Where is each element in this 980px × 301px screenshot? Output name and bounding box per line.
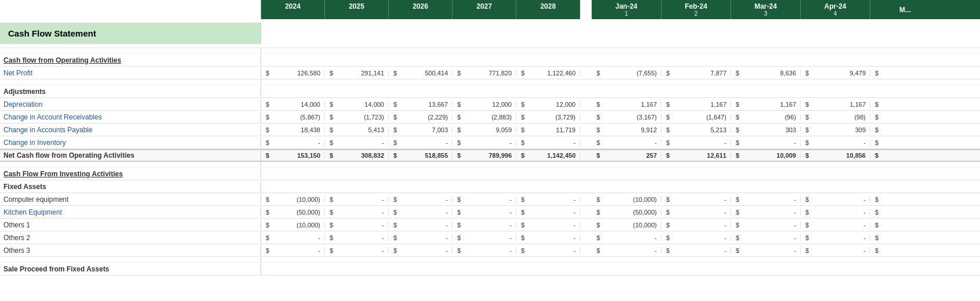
kitchen-eq-label: Kitchen Equipment	[0, 207, 261, 217]
o3-2026: -	[398, 247, 450, 254]
net-cash-op-row: Net Cash flow from Operating Activities …	[0, 149, 980, 162]
others1-row: Others 1 $(10,000) $- $- $- $- $(10,000)…	[0, 219, 980, 231]
ce-mar24: -	[740, 196, 798, 203]
change-inv-row: Change in Inventory $- $- $- $- $- $- $-…	[0, 136, 980, 149]
others2-row: Others 2 $- $- $- $- $- $- $- $- $- $	[0, 231, 980, 244]
net-cash-op-label: Net Cash flow from Operating Activities	[0, 150, 261, 161]
ap-2024: 18,438	[270, 126, 323, 133]
ncop-mar24: 10,009	[740, 152, 798, 159]
ar-2024: (5,867)	[270, 114, 323, 121]
o1-apr24: -	[810, 222, 868, 229]
change-ar-label: Change in Account Receivables	[0, 112, 261, 122]
operating-header-row: Cash flow from Operating Activities	[0, 54, 980, 67]
ce-2025: -	[334, 196, 386, 203]
ap-2026: 7,003	[398, 126, 450, 133]
adjustments-label: Adjustments	[0, 86, 261, 97]
dep-jan24: 1,167	[601, 101, 659, 108]
inv-2025: -	[334, 139, 386, 146]
o1-jan24: (10,000)	[601, 222, 659, 229]
net-profit-jan24: (7,655)	[601, 70, 659, 77]
o1-2024: (10,000)	[270, 222, 323, 229]
header-year-2024: 2024	[261, 0, 325, 19]
ap-feb24: 5,213	[671, 126, 729, 133]
inv-2026: -	[398, 139, 450, 146]
dep-mar24: 1,167	[740, 101, 798, 108]
inv-jan24: -	[601, 139, 659, 146]
fixed-assets-row: Fixed Assets	[0, 180, 980, 193]
o3-2025: -	[334, 247, 386, 254]
o2-feb24: -	[671, 234, 729, 241]
o1-feb24: -	[671, 222, 729, 229]
spacer-2	[0, 79, 980, 85]
sale-proceed-row: Sale Proceed from Fixed Assets	[0, 263, 980, 275]
ce-2026: -	[398, 196, 450, 203]
others3-label: Others 3	[0, 245, 261, 256]
title-row: Cash Flow Statement	[0, 19, 980, 48]
investing-header-label: Cash Flow From Investing Activities	[0, 169, 261, 179]
ke-2024: (50,000)	[270, 209, 323, 216]
ncop-feb24: 12,611	[671, 152, 729, 159]
ar-feb24: (1,647)	[671, 114, 729, 121]
inv-2028: -	[526, 139, 578, 146]
net-profit-2027: 771,820	[462, 70, 514, 77]
ar-2026: (2,229)	[398, 114, 450, 121]
page-title: Cash Flow Statement	[0, 23, 261, 44]
net-profit-2026: 500,414	[398, 70, 450, 77]
ap-jan24: 9,912	[601, 126, 659, 133]
ap-2025: 5,413	[334, 126, 386, 133]
ar-2028: (3,729)	[526, 114, 578, 121]
net-profit-2024: 126,580	[270, 70, 323, 77]
ar-2027: (2,883)	[462, 114, 514, 121]
o3-feb24: -	[671, 247, 729, 254]
ce-2024: (10,000)	[270, 196, 323, 203]
ar-jan24: (3,167)	[601, 114, 659, 121]
header-year-2025: 2025	[325, 0, 389, 19]
ap-mar24: 303	[740, 126, 798, 133]
inv-2027: -	[462, 139, 514, 146]
ce-2027: -	[462, 196, 514, 203]
o2-mar24: -	[740, 234, 798, 241]
ar-2025: (1,723)	[334, 114, 386, 121]
header-year-2027: 2027	[453, 0, 516, 19]
kitchen-eq-row: Kitchen Equipment $(50,000) $- $- $- $- …	[0, 206, 980, 219]
computer-eq-label: Computer equipment	[0, 194, 261, 205]
header-year-2028: 2028	[516, 0, 580, 19]
ce-jan24: (10,000)	[601, 196, 659, 203]
ar-mar24: (96)	[740, 114, 798, 121]
dep-2026: 13,667	[398, 101, 450, 108]
depreciation-label: Depreciation	[0, 99, 261, 110]
header-years-row: 2024 2025 2026 2027 2028 Jan-24 1 Feb-24…	[0, 0, 980, 19]
change-ar-row: Change in Account Receivables $(5,867) $…	[0, 111, 980, 124]
o2-apr24: -	[810, 234, 868, 241]
ncop-2027: 789,996	[462, 152, 514, 159]
change-ap-label: Change in Accounts Payable	[0, 125, 261, 135]
ap-apr24: 309	[810, 126, 868, 133]
dep-2027: 12,000	[462, 101, 514, 108]
header-year-2026: 2026	[389, 0, 453, 19]
ke-apr24: -	[810, 209, 868, 216]
inv-2024: -	[270, 139, 323, 146]
ke-jan24: (50,000)	[601, 209, 659, 216]
change-inv-label: Change in Inventory	[0, 137, 261, 148]
spacer-1	[0, 48, 980, 54]
ke-2026: -	[398, 209, 450, 216]
dep-feb24: 1,167	[671, 101, 729, 108]
ap-2027: 9,059	[462, 126, 514, 133]
change-ap-row: Change in Accounts Payable $18,438 $5,41…	[0, 124, 980, 136]
ncop-2024: 153,150	[270, 152, 323, 159]
o3-2028: -	[526, 247, 578, 254]
o1-2028: -	[526, 222, 578, 229]
o1-2027: -	[462, 222, 514, 229]
o2-2027: -	[462, 234, 514, 241]
o3-2027: -	[462, 247, 514, 254]
header-month-mar24: Mar-24 3	[731, 0, 801, 19]
ke-2027: -	[462, 209, 514, 216]
inv-apr24: -	[810, 139, 868, 146]
dep-apr24: 1,167	[810, 101, 868, 108]
ke-feb24: -	[671, 209, 729, 216]
o2-2024: -	[270, 234, 323, 241]
spreadsheet: 2024 2025 2026 2027 2028 Jan-24 1 Feb-24…	[0, 0, 980, 275]
o3-apr24: -	[810, 247, 868, 254]
o2-jan24: -	[601, 234, 659, 241]
o3-jan24: -	[601, 247, 659, 254]
